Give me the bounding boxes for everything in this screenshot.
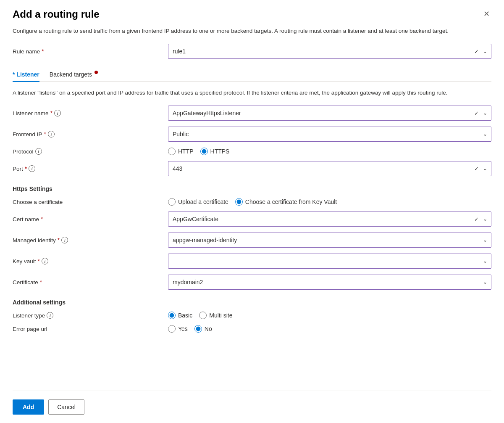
managed-identity-wrapper: appgw-managed-identity ⌄ [168,233,491,248]
cert-name-checkmark: ✓ [474,216,479,222]
additional-settings-title: Additional settings [13,299,491,306]
listener-name-row: Listener name * i ✓ ⌄ [13,106,491,121]
listener-type-row: Listener type i Basic Multi site [13,312,491,319]
upload-cert-option[interactable]: Upload a certificate [168,198,228,206]
key-vault-info-icon[interactable]: i [42,258,48,264]
port-label: Port * i [13,165,168,172]
https-settings-title: Https Settings [13,185,491,192]
protocol-http-option[interactable]: HTTP [168,148,194,155]
listener-type-basic-option[interactable]: Basic [168,312,192,319]
cancel-button[interactable]: Cancel [48,399,84,415]
certificate-row: Certificate * mydomain2 ⌄ [13,275,491,290]
listener-name-label: Listener name * i [13,110,168,116]
listener-type-label: Listener type i [13,312,168,319]
managed-identity-info-icon[interactable]: i [61,237,68,243]
close-button[interactable]: ✕ [482,8,491,19]
managed-identity-row: Managed identity * i appgw-managed-ident… [13,233,491,248]
certificate-label: Certificate * [13,279,168,286]
listener-name-checkmark: ✓ [474,110,479,116]
add-button[interactable]: Add [13,399,44,415]
tab-backend-label: Backend targets [50,71,92,78]
listener-name-required: * [50,110,52,116]
frontend-ip-row: Frontend IP * i Public Private ⌄ [13,127,491,142]
listener-type-multisite-label: Multi site [209,312,232,319]
port-checkmark: ✓ [474,166,479,172]
managed-identity-required: * [58,237,60,243]
protocol-http-label: HTTP [178,148,194,155]
key-vault-wrapper: ⌄ [168,254,491,269]
certificate-wrapper: mydomain2 ⌄ [168,275,491,290]
keyvault-cert-radio[interactable] [235,198,243,206]
tab-listener[interactable]: * Listener [13,68,39,81]
rule-name-required: * [42,48,44,55]
frontend-ip-info-icon[interactable]: i [48,131,55,137]
rule-name-input[interactable] [168,44,491,59]
keyvault-cert-option[interactable]: Choose a certificate from Key Vault [235,198,337,206]
key-vault-select[interactable] [168,254,491,269]
cert-name-required: * [41,216,43,222]
protocol-https-label: HTTPS [210,148,230,155]
keyvault-cert-label: Choose a certificate from Key Vault [245,198,337,205]
port-wrapper: ✓ ⌄ [168,161,491,176]
choose-cert-row: Choose a certificate Upload a certificat… [13,198,491,206]
cert-name-wrapper: ✓ ⌄ [168,212,491,227]
frontend-ip-select[interactable]: Public Private [168,127,491,142]
tab-backend-targets[interactable]: Backend targets [50,67,98,81]
protocol-https-option[interactable]: HTTPS [200,148,230,155]
listener-type-basic-radio[interactable] [168,312,176,319]
frontend-ip-label: Frontend IP * i [13,131,168,137]
listener-type-multisite-option[interactable]: Multi site [199,312,232,319]
port-row: Port * i ✓ ⌄ [13,161,491,176]
listener-type-basic-label: Basic [178,312,192,319]
error-page-label: Error page url [13,326,168,332]
error-page-no-radio[interactable] [194,325,202,333]
error-page-no-option[interactable]: No [194,325,212,333]
choose-cert-label: Choose a certificate [13,199,168,205]
upload-cert-radio[interactable] [168,198,176,206]
protocol-http-radio[interactable] [168,148,176,155]
key-vault-required: * [38,258,40,264]
managed-identity-label: Managed identity * i [13,237,168,243]
dialog-container: Add a routing rule ✕ Configure a routing… [0,0,504,423]
upload-cert-label: Upload a certificate [178,198,228,205]
key-vault-label: Key vault * i [13,258,168,264]
certificate-required: * [40,279,42,286]
dialog-footer: Add Cancel [13,391,491,423]
certificate-select[interactable]: mydomain2 [168,275,491,290]
listener-name-input[interactable] [168,106,491,121]
error-page-radio-group: Yes No [168,325,491,333]
cert-name-label: Cert name * [13,216,168,222]
rule-name-checkmark: ✓ [474,48,479,55]
protocol-label: Protocol i [13,148,168,155]
cert-name-input[interactable] [168,212,491,227]
protocol-info-icon[interactable]: i [35,148,42,155]
rule-name-wrapper: ✓ ⌄ [168,44,491,59]
frontend-ip-required: * [44,131,46,137]
error-page-yes-label: Yes [178,325,188,332]
port-input[interactable] [168,161,491,176]
listener-name-wrapper: ✓ ⌄ [168,106,491,121]
error-page-no-label: No [205,325,212,332]
listener-type-radio-group: Basic Multi site [168,312,491,319]
dialog-title: Add a routing rule [13,8,100,20]
error-page-row: Error page url Yes No [13,325,491,333]
protocol-row: Protocol i HTTP HTTPS [13,148,491,155]
dialog-header: Add a routing rule ✕ [13,8,491,20]
protocol-radio-group: HTTP HTTPS [168,148,491,155]
error-page-yes-radio[interactable] [168,325,176,333]
backend-dot [94,71,98,74]
port-required: * [25,165,27,172]
listener-type-multisite-radio[interactable] [199,312,207,319]
port-info-icon[interactable]: i [29,165,35,172]
tabs-section: * Listener Backend targets [13,67,491,82]
error-page-yes-option[interactable]: Yes [168,325,188,333]
listener-type-info-icon[interactable]: i [47,312,53,319]
cert-name-row: Cert name * ✓ ⌄ [13,212,491,227]
protocol-https-radio[interactable] [200,148,208,155]
managed-identity-select[interactable]: appgw-managed-identity [168,233,491,248]
tab-listener-label: * Listener [13,71,39,78]
dialog-description: Configure a routing rule to send traffic… [13,27,475,35]
key-vault-row: Key vault * i ⌄ [13,254,491,269]
frontend-ip-wrapper: Public Private ⌄ [168,127,491,142]
listener-name-info-icon[interactable]: i [54,110,61,116]
